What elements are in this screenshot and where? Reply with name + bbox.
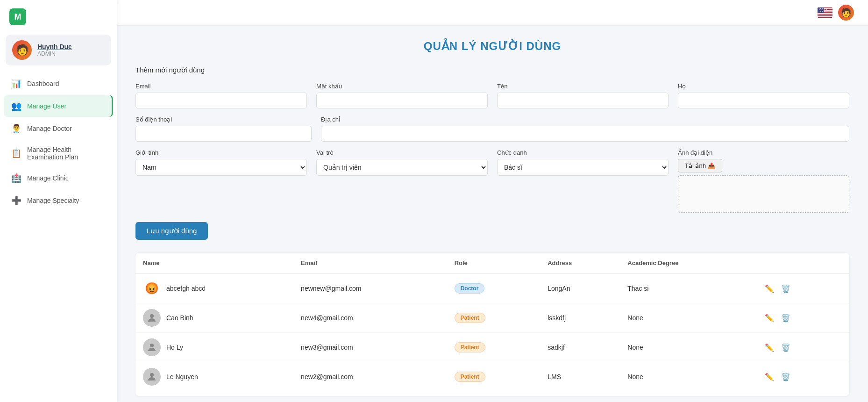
delete-button[interactable]: 🗑️: [778, 282, 793, 295]
col-role: Role: [447, 253, 541, 273]
row-name-cell: Cao Binh: [135, 303, 293, 333]
role-group: Vai trò Quản trị viên Bác sĩ Bệnh nhân: [316, 149, 488, 176]
col-address: Address: [540, 253, 620, 273]
row-name: abcefgh abcd: [166, 285, 206, 292]
email-field[interactable]: [135, 93, 307, 108]
manage-doctor-icon: 👨‍⚕️: [11, 123, 21, 134]
name-cell: Le Nguyen: [143, 368, 286, 386]
col-email: Email: [293, 253, 447, 273]
users-table-container: Name Email Role Address Academic Degree …: [135, 253, 849, 396]
avatar-preview: [678, 175, 849, 213]
gender-group: Giới tính Nam Nữ: [135, 149, 307, 176]
page-content-area: QUẢN LÝ NGƯỜI DÙNG Thêm mới người dùng E…: [117, 26, 868, 402]
row-role: Patient: [447, 333, 541, 362]
email-group: Email: [135, 83, 307, 108]
main-content: ★ ★ ★ ★ ★ ★ ★ ★ ★ ★ ★ ★ ★ ★ ★ ★ ★ 🧑 QUẢN…: [117, 0, 868, 402]
form-section-label: Thêm mới người dùng: [135, 66, 849, 74]
sidebar-item-dashboard[interactable]: 📊 Dashboard: [4, 73, 113, 94]
address-label: Địa chỉ: [321, 116, 849, 123]
col-actions: [754, 253, 849, 273]
sidebar-item-manage-health-plan[interactable]: 📋 Manage Health Examination Plan: [4, 140, 113, 166]
svg-point-13: [150, 373, 154, 377]
sidebar-item-manage-specialty[interactable]: ➕ Manage Specialty: [4, 190, 113, 211]
phone-field[interactable]: [135, 126, 312, 142]
row-name-cell: 😡 abcefgh abcd: [135, 273, 293, 303]
role-badge: Patient: [455, 313, 485, 323]
row-email: newnew@gmail.com: [293, 273, 447, 303]
last-name-group: Họ: [678, 83, 849, 108]
row-name: Ho Ly: [166, 344, 183, 351]
degree-group: Chức danh Bác sĩ Thạc sĩ Tiến sĩ: [497, 149, 669, 176]
upload-area: Tải ảnh 📤: [678, 159, 849, 213]
sidebar-item-label-specialty: Manage Specialty: [27, 197, 79, 204]
row-actions: ✏️ 🗑️: [754, 362, 849, 392]
row-name-cell: Ho Ly: [135, 333, 293, 362]
last-name-field[interactable]: [678, 93, 849, 108]
sidebar-nav: 📊 Dashboard 👥 Manage User 👨‍⚕️ Manage Do…: [0, 73, 117, 211]
row-actions: ✏️ 🗑️: [754, 303, 849, 333]
password-field[interactable]: [316, 93, 488, 108]
delete-button[interactable]: 🗑️: [778, 341, 793, 354]
sidebar-item-label-dashboard: Dashboard: [27, 80, 59, 87]
page-title: QUẢN LÝ NGƯỜI DÙNG: [135, 40, 849, 53]
last-name-label: Họ: [678, 83, 849, 90]
svg-rect-5: [818, 14, 832, 15]
sidebar-item-label-clinic: Manage Clinic: [27, 174, 69, 182]
edit-button[interactable]: ✏️: [762, 282, 777, 295]
role-badge: Patient: [455, 342, 485, 352]
row-email: new4@gmail.com: [293, 303, 447, 333]
table-row: Ho Ly new3@gmail.com Patient sadkjf None…: [135, 333, 849, 362]
first-name-group: Tên: [497, 83, 669, 108]
health-plan-icon: 📋: [11, 148, 21, 158]
row-role: Patient: [447, 303, 541, 333]
manage-user-icon: 👥: [11, 101, 21, 111]
table-row: 😡 abcefgh abcd newnew@gmail.com Doctor L…: [135, 273, 849, 303]
row-email: new2@gmail.com: [293, 362, 447, 392]
row-email: new3@gmail.com: [293, 333, 447, 362]
name-cell: Ho Ly: [143, 338, 286, 356]
delete-button[interactable]: 🗑️: [778, 371, 793, 383]
form-row-2: Số điện thoại Địa chỉ: [135, 116, 849, 142]
sidebar-item-manage-clinic[interactable]: 🏥 Manage Clinic: [4, 167, 113, 189]
role-select[interactable]: Quản trị viên Bác sĩ Bệnh nhân: [316, 159, 488, 176]
logo-icon: M: [9, 8, 26, 25]
role-label: Vai trò: [316, 149, 488, 156]
row-address: lsskdfj: [540, 303, 620, 333]
row-name-cell: Le Nguyen: [135, 362, 293, 392]
topbar-avatar[interactable]: 🧑: [838, 5, 854, 21]
address-field[interactable]: [321, 126, 849, 142]
dashboard-icon: 📊: [11, 79, 21, 89]
table-row: Cao Binh new4@gmail.com Patient lsskdfj …: [135, 303, 849, 333]
edit-button[interactable]: ✏️: [762, 341, 777, 354]
row-address: sadkjf: [540, 333, 620, 362]
email-label: Email: [135, 83, 307, 90]
sidebar-item-manage-doctor[interactable]: 👨‍⚕️ Manage Doctor: [4, 118, 113, 139]
table-row: Le Nguyen new2@gmail.com Patient LMS Non…: [135, 362, 849, 392]
address-group: Địa chỉ: [321, 116, 849, 142]
edit-button[interactable]: ✏️: [762, 371, 777, 383]
sidebar-item-label-manage-user: Manage User: [27, 102, 66, 110]
first-name-field[interactable]: [497, 93, 669, 108]
gender-select[interactable]: Nam Nữ: [135, 159, 307, 176]
row-actions: ✏️ 🗑️: [754, 273, 849, 303]
sidebar-item-manage-user[interactable]: 👥 Manage User: [4, 95, 113, 117]
svg-rect-4: [818, 13, 832, 14]
edit-button[interactable]: ✏️: [762, 312, 777, 324]
row-address: LongAn: [540, 273, 620, 303]
row-avatar: [143, 309, 161, 327]
upload-button[interactable]: Tải ảnh 📤: [678, 159, 722, 172]
svg-rect-6: [818, 16, 832, 17]
user-card: 🧑 Huynh Duc ADMIN: [6, 35, 111, 65]
flag-icon[interactable]: ★ ★ ★ ★ ★ ★ ★ ★ ★ ★ ★ ★ ★ ★ ★ ★ ★: [818, 7, 832, 18]
sidebar-avatar: 🧑: [12, 40, 32, 60]
specialty-icon: ➕: [11, 195, 21, 206]
role-badge: Doctor: [455, 283, 485, 294]
degree-select[interactable]: Bác sĩ Thạc sĩ Tiến sĩ: [497, 159, 669, 176]
user-role: ADMIN: [37, 50, 72, 57]
user-name[interactable]: Huynh Duc: [37, 43, 72, 50]
save-user-button[interactable]: Lưu người dùng: [135, 222, 208, 240]
row-degree: None: [620, 303, 754, 333]
delete-button[interactable]: 🗑️: [778, 312, 793, 324]
add-user-form: Thêm mới người dùng Email Mật khẩu Tên H…: [135, 66, 849, 253]
avatar-group: Ảnh đại diện Tải ảnh 📤: [678, 149, 849, 213]
